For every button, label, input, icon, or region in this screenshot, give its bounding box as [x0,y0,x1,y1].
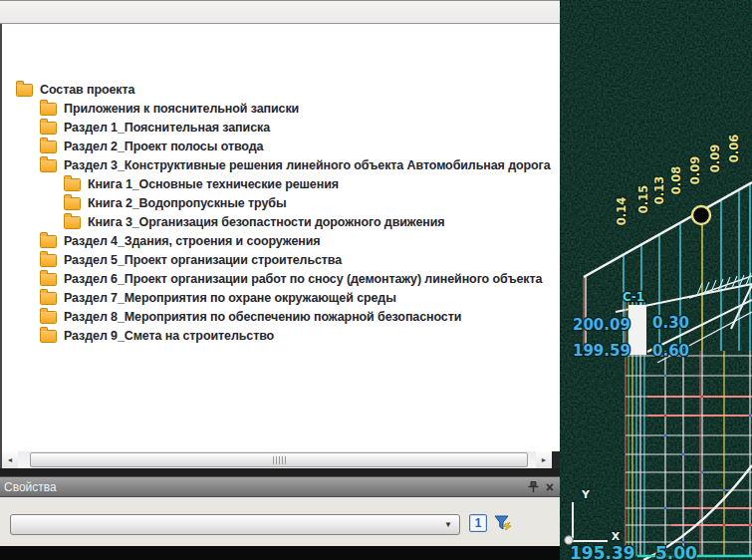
folder-icon [40,330,57,343]
folder-icon [40,103,57,116]
tree-item[interactable]: Раздел 4_Здания, строения и сооружения [2,231,560,250]
slope-label: 0.14 [615,197,628,225]
panel-divider [0,468,560,476]
culvert-length-label: 5.00 [655,543,697,560]
slope-label: 0.09 [708,144,722,172]
tree-item-label: Книга 1_Основные технические решения [88,177,339,191]
slope-label: 0.06 [727,135,741,162]
filter-icon[interactable] [493,513,513,533]
tree-item[interactable]: Приложения к пояснительной записки [2,99,560,118]
pin-icon[interactable] [527,480,540,493]
elevation-bottom-label: 199.59 [573,342,630,360]
tree-item[interactable]: Книга 1_Основные технические решения [2,174,560,193]
tree-item-label: Книга 2_Водопропускные трубы [88,196,286,210]
tree-item-label: Раздел 4_Здания, строения и сооружения [64,234,321,248]
tree-item-label: Раздел 5_Проект организации строительств… [64,253,342,267]
folder-icon [40,122,57,135]
tree-item[interactable]: Книга 2_Водопропускные трубы [2,193,560,212]
tree-item-label: Раздел 6_Проект организации работ по сно… [64,272,542,286]
slope-label: 0.08 [669,166,683,194]
close-icon[interactable]: × [546,480,554,494]
quick-select-count-badge[interactable]: 1 [469,514,487,532]
folder-icon [64,178,81,191]
folder-icon [16,84,33,97]
tree-item-label: Раздел 2_Проект полосы отвода [64,140,263,153]
properties-title: Свойства [4,480,57,494]
tree-item[interactable]: Книга 3_Организация безопастности дорожн… [2,212,560,231]
tree-item[interactable]: Раздел 3_Конструктивные решения линейног… [2,155,560,174]
selection-dropdown[interactable]: ▼ [10,514,460,535]
scroll-left-button[interactable]: ◄ [2,451,18,468]
tree-item[interactable]: Раздел 1_Пояснительная записка [2,118,560,137]
base-elevation-label: 195.39 [570,543,635,560]
culvert-marker-circle [692,206,710,224]
tree-item[interactable]: Раздел 2_Проект полосы отвода [2,137,560,155]
tree-item[interactable]: Раздел 5_Проект организации строительств… [2,250,560,269]
culvert-symbol [628,305,646,355]
scrollbar-row: ◄ ► [0,451,560,468]
ucs-y-label: Y [581,488,591,501]
tree-item-label: Раздел 3_Конструктивные решения линейног… [64,158,551,172]
properties-body: ▼ 1 [0,497,560,546]
scroll-right-button[interactable]: ► [536,451,552,468]
depth-bottom-label: 0.60 [652,342,689,360]
tree-item[interactable]: Раздел 9_Смета на строительство [2,326,560,345]
tree-item-label: Приложения к пояснительной записки [64,102,299,116]
project-tree: Состав проектаПриложения к пояснительной… [0,24,560,451]
folder-icon [40,273,57,286]
dropdown-arrow-icon[interactable]: ▼ [444,520,452,529]
scrollbar-grip-icon [273,456,286,464]
depth-top-label: 0.30 [652,314,689,332]
drawing-canvas[interactable]: Y X 0.14 0.15 0.13 0.08 0.09 0.09 0.06 С… [560,0,752,560]
tree-item-label: Книга 3_Организация безопастности дорожн… [88,215,444,229]
folder-icon [40,254,57,267]
statusbar-strip [0,546,560,560]
tree-item-label: Раздел 1_Пояснительная записка [64,121,270,135]
folder-icon [64,216,81,229]
tree-item[interactable]: Состав проекта [2,80,560,99]
project-panel: Состав проектаПриложения к пояснительной… [0,0,560,560]
tree-item-label: Раздел 8_Мероприятия по обеспечению пожа… [64,310,461,324]
folder-icon [40,311,57,324]
slope-label: 0.09 [688,156,702,184]
ucs-x-label: X [612,530,621,543]
scrollbar-thumb[interactable] [30,452,528,467]
culvert-name-label: С-1 [623,290,644,304]
tree-item[interactable]: Раздел 8_Мероприятия по обеспечению пожа… [2,307,560,326]
tree-item-label: Состав проекта [40,83,134,97]
tree-item[interactable]: Раздел 7_Мероприятия по охране окружающе… [2,288,560,307]
panel-toolbar [0,0,560,24]
horizontal-scrollbar[interactable]: ◄ ► [0,451,552,468]
folder-icon [40,159,57,172]
tree-item-label: Раздел 9_Смета на строительство [64,329,274,343]
slope-label: 0.15 [636,185,650,213]
tree-item-label: Раздел 7_Мероприятия по охране окружающе… [64,291,396,305]
folder-icon [40,140,57,153]
tree-item[interactable]: Раздел 6_Проект организации работ по сно… [2,269,560,288]
folder-icon [40,292,57,305]
properties-titlebar[interactable]: Свойства × [0,476,560,497]
application-window: Состав проектаПриложения к пояснительной… [0,0,752,560]
folder-icon [64,197,81,210]
elevation-top-label: 200.09 [573,316,630,334]
folder-icon [40,235,57,248]
slope-label: 0.13 [652,176,666,204]
scrollbar-track[interactable] [18,451,536,468]
